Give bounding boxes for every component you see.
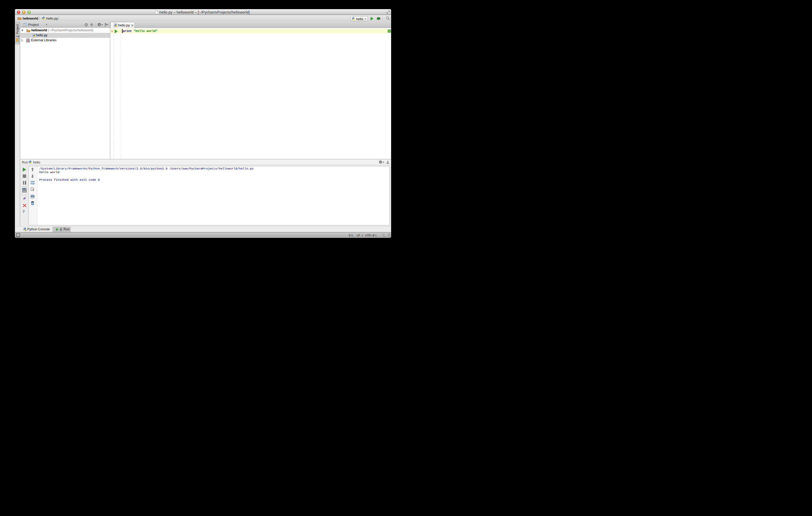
svg-text:T: T	[384, 235, 385, 237]
